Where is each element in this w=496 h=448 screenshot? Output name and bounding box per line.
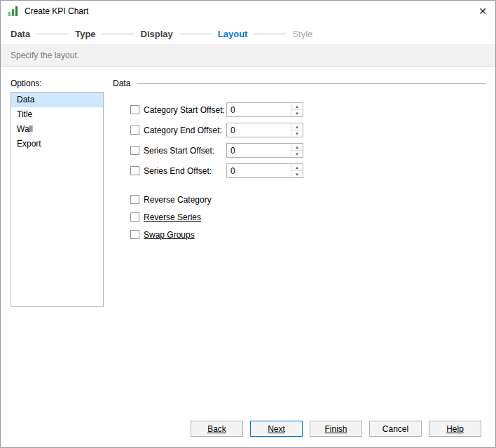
- series-end-offset-spinner: 0 ▲ ▼: [226, 163, 303, 178]
- step-style[interactable]: Style: [292, 29, 312, 39]
- series-end-offset-checkbox[interactable]: [130, 166, 139, 175]
- help-button[interactable]: Help: [429, 421, 481, 437]
- section-title: Data: [113, 79, 130, 88]
- kpi-chart-icon: [8, 6, 19, 17]
- options-list: Data Title Wall Export: [11, 92, 104, 307]
- cancel-button[interactable]: Cancel: [369, 421, 422, 437]
- step-separator: [254, 34, 286, 34]
- list-item-data[interactable]: Data: [11, 93, 103, 107]
- window-title: Create KPI Chart: [25, 6, 88, 16]
- offset-rows: Category Start Offset: 0 ▲ ▼ Category En…: [130, 100, 486, 181]
- category-start-offset-input[interactable]: 0: [227, 103, 291, 116]
- swap-groups-checkbox[interactable]: [130, 230, 139, 239]
- spinner-up-icon[interactable]: ▲: [291, 164, 303, 171]
- section-rule: [137, 83, 486, 84]
- step-type[interactable]: Type: [75, 29, 95, 39]
- toggle-row: Reverse Category: [130, 191, 486, 208]
- category-end-offset-checkbox[interactable]: [130, 125, 139, 135]
- spinner-down-icon[interactable]: ▼: [291, 130, 303, 137]
- finish-button[interactable]: Finish: [310, 421, 362, 437]
- list-item-title[interactable]: Title: [11, 107, 103, 122]
- subtitle-bar: Specify the layout.: [1, 44, 495, 67]
- category-start-offset-label: Category Start Offset:: [144, 105, 226, 115]
- button-bar: Back Next Finish Cancel Help: [191, 421, 481, 437]
- spinner-down-icon[interactable]: ▼: [291, 151, 303, 157]
- back-button[interactable]: Back: [191, 421, 243, 437]
- reverse-series-label: Reverse Series: [144, 212, 201, 222]
- create-kpi-chart-dialog: Create KPI Chart ✕ Data Type Display Lay…: [0, 0, 496, 448]
- category-end-offset-label: Category End Offset:: [144, 125, 226, 135]
- category-start-offset-spinner: 0 ▲ ▼: [226, 102, 303, 117]
- spinner-up-icon[interactable]: ▲: [291, 144, 303, 151]
- toggle-row: Swap Groups: [130, 226, 486, 243]
- reverse-category-checkbox[interactable]: [130, 195, 139, 204]
- step-layout[interactable]: Layout: [218, 29, 248, 39]
- step-separator: [179, 34, 212, 34]
- series-start-offset-checkbox[interactable]: [130, 146, 139, 155]
- step-data[interactable]: Data: [11, 29, 30, 39]
- toggle-row: Reverse Series: [130, 208, 486, 226]
- step-separator: [36, 34, 69, 34]
- section-header: Data: [113, 79, 486, 88]
- close-icon[interactable]: ✕: [470, 1, 495, 22]
- title-bar: Create KPI Chart ✕: [1, 1, 495, 22]
- list-item-export[interactable]: Export: [11, 137, 103, 151]
- series-end-offset-label: Series End Offset:: [144, 166, 226, 176]
- offset-row: Category End Offset: 0 ▲ ▼: [130, 120, 486, 140]
- wizard-steps: Data Type Display Layout Style: [1, 22, 495, 44]
- swap-groups-label: Swap Groups: [144, 230, 195, 240]
- series-start-offset-label: Series Start Offset:: [144, 146, 226, 156]
- spinner-up-icon[interactable]: ▲: [291, 123, 303, 130]
- offset-row: Series Start Offset: 0 ▲ ▼: [130, 140, 486, 161]
- step-separator: [102, 34, 135, 34]
- spinner-down-icon[interactable]: ▼: [291, 110, 303, 116]
- next-button[interactable]: Next: [250, 421, 303, 437]
- spinner-up-icon[interactable]: ▲: [291, 103, 303, 110]
- category-end-offset-input[interactable]: 0: [227, 123, 291, 137]
- spinner-buttons: ▲ ▼: [291, 164, 303, 177]
- options-label: Options:: [11, 79, 42, 88]
- category-end-offset-spinner: 0 ▲ ▼: [226, 123, 303, 137]
- series-start-offset-input[interactable]: 0: [227, 144, 291, 157]
- category-start-offset-checkbox[interactable]: [130, 105, 139, 114]
- spinner-buttons: ▲ ▼: [291, 103, 303, 116]
- list-item-wall[interactable]: Wall: [11, 122, 103, 137]
- spinner-down-icon[interactable]: ▼: [291, 171, 303, 177]
- step-display[interactable]: Display: [141, 29, 173, 39]
- subtitle-text: Specify the layout.: [11, 50, 79, 60]
- spinner-buttons: ▲ ▼: [291, 123, 303, 137]
- offset-row: Category Start Offset: 0 ▲ ▼: [130, 100, 486, 120]
- spinner-buttons: ▲ ▼: [291, 144, 303, 157]
- data-panel: Data Category Start Offset: 0 ▲ ▼ Catego…: [113, 79, 486, 243]
- reverse-category-label: Reverse Category: [144, 195, 212, 205]
- series-start-offset-spinner: 0 ▲ ▼: [226, 143, 303, 158]
- offset-row: Series End Offset: 0 ▲ ▼: [130, 161, 486, 181]
- toggle-rows: Reverse Category Reverse Series Swap Gro…: [130, 191, 486, 243]
- series-end-offset-input[interactable]: 0: [227, 164, 291, 177]
- reverse-series-checkbox[interactable]: [130, 212, 139, 222]
